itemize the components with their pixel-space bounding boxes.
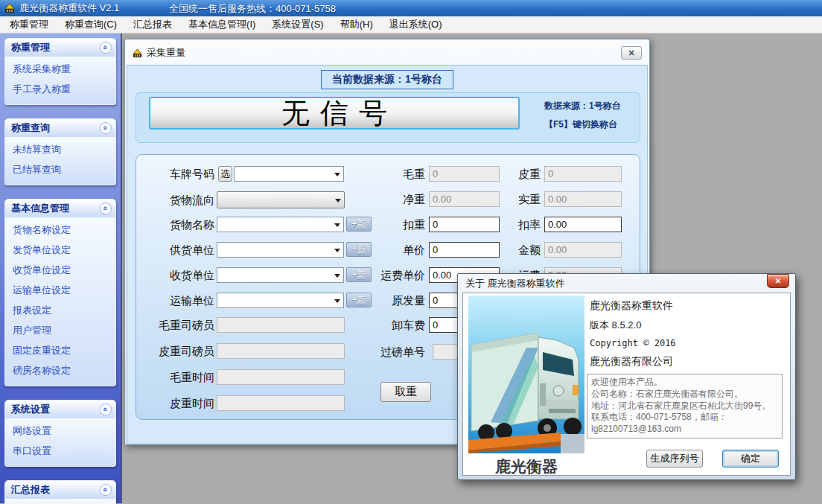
- sidebar: 称重管理 « 系统采集称重 手工录入称重 称重查询 « 未结算查询 已结算查询 …: [0, 34, 121, 503]
- collapse-chevron-icon[interactable]: «: [100, 484, 112, 496]
- weight-readout: 无信号: [149, 97, 520, 130]
- sidebar-item-fixed-tare-setting[interactable]: 固定皮重设定: [5, 341, 115, 361]
- supplier-label: 供货单位: [140, 242, 214, 258]
- sidebar-item-user-manage[interactable]: 用户管理: [5, 321, 115, 341]
- collapse-chevron-icon[interactable]: «: [100, 42, 112, 54]
- unit-price-label: 单价: [351, 242, 425, 258]
- menu-item-help[interactable]: 帮助(H): [332, 16, 381, 34]
- about-copyright: Copyright © 2016: [590, 338, 676, 348]
- sidebar-section-system-settings-header[interactable]: 系统设置 «: [5, 401, 115, 418]
- sidebar-item-settled-query[interactable]: 已结算查询: [5, 160, 115, 180]
- about-product-name: 鹿光衡器称重软件: [590, 299, 673, 313]
- about-dialog-title: 关于 鹿光衡器称重软件: [465, 277, 565, 290]
- amount-label: 金额: [466, 242, 541, 258]
- ticket-no-label: 过磅单号: [351, 344, 425, 360]
- app-title: 鹿光衡器称重软件 V2.1: [19, 1, 119, 15]
- section-title: 基本信息管理: [11, 202, 69, 215]
- about-version: 版本 8.5.2.0: [590, 319, 641, 332]
- freight-price-label: 运费单价: [351, 267, 425, 283]
- actual-weight-label: 实重: [466, 191, 541, 207]
- about-close-icon[interactable]: ✕: [767, 274, 789, 288]
- menu-item-weigh-manage[interactable]: 称重管理: [1, 16, 57, 34]
- data-source-badge: 当前数据来源：1号称台: [321, 70, 453, 89]
- tare-weight-field[interactable]: [544, 166, 622, 182]
- tare-time-field[interactable]: [217, 395, 345, 411]
- deduct-weight-label: 扣重: [351, 217, 425, 232]
- f5-switch-hint-line: 【F5】键切换称台: [544, 118, 637, 131]
- gross-operator-label: 毛重司磅员: [140, 317, 214, 333]
- titlebar: 鹿光衡器称重软件 V2.1 全国统一售后服务热线：400-071-5758: [0, 0, 822, 16]
- window-title: 采集重量: [147, 46, 185, 60]
- gross-weight-label: 毛重: [351, 166, 425, 182]
- sidebar-item-serial-port-setting[interactable]: 串口设置: [5, 441, 115, 462]
- original-qty-label: 原发量: [351, 293, 425, 308]
- menu-item-weigh-query[interactable]: 称重查询(C): [57, 16, 125, 34]
- about-company: 鹿光衡器有限公司: [590, 355, 673, 369]
- transport-label: 运输单位: [140, 293, 214, 308]
- gross-time-field[interactable]: [217, 369, 345, 385]
- app-logo-icon: [4, 3, 15, 13]
- sidebar-item-transport-unit-setting[interactable]: 运输单位设定: [5, 281, 115, 301]
- sidebar-section-basic-info-header[interactable]: 基本信息管理 «: [5, 200, 115, 217]
- section-title: 汇总报表: [11, 483, 50, 497]
- sidebar-section-weigh-query: 称重查询 « 未结算查询 已结算查询: [4, 118, 116, 185]
- collapse-chevron-icon[interactable]: «: [100, 122, 112, 134]
- transport-combo[interactable]: [217, 293, 344, 308]
- select-plate-button[interactable]: 选: [218, 166, 232, 182]
- sidebar-item-network-setting[interactable]: 网络设置: [5, 421, 115, 441]
- about-dialog-body: 鹿光衡器 鹿光衡器称重软件 版本 8.5.2.0 Copyright © 201…: [462, 293, 791, 476]
- dropdown-arrow-icon: [334, 223, 340, 227]
- sidebar-item-unsettled-query[interactable]: 未结算查询: [5, 140, 115, 160]
- sidebar-section-weigh-query-header[interactable]: 称重查询 «: [5, 119, 115, 137]
- deduct-rate-field[interactable]: [544, 217, 622, 232]
- window-titlebar[interactable]: 采集重量 ✕: [127, 41, 648, 65]
- supplier-combo[interactable]: [217, 242, 344, 258]
- section-title: 称重查询: [11, 121, 50, 135]
- menu-item-exit[interactable]: 退出系统(O): [381, 16, 450, 34]
- source-info-line: 数据来源：1号称台: [544, 100, 637, 112]
- goods-name-combo[interactable]: [217, 217, 344, 232]
- tare-time-label: 皮重时间: [140, 395, 214, 411]
- sidebar-section-weigh-manage: 称重管理 « 系统采集称重 手工录入称重: [4, 38, 116, 105]
- menu-item-summary-report[interactable]: 汇总报表: [125, 16, 180, 34]
- about-dialog-titlebar[interactable]: 关于 鹿光衡器称重软件: [462, 274, 791, 293]
- ok-button[interactable]: 确定: [722, 450, 779, 468]
- receiver-combo[interactable]: [217, 267, 344, 283]
- brand-caption: 鹿光衡器: [468, 456, 584, 476]
- collapse-chevron-icon[interactable]: «: [100, 403, 112, 415]
- menu-item-system-settings[interactable]: 系统设置(S): [264, 16, 331, 34]
- sidebar-section-basic-info: 基本信息管理 « 货物名称设定 发货单位设定 收货单位设定 运输单位设定 报表设…: [4, 199, 116, 386]
- dropdown-arrow-icon: [334, 299, 340, 303]
- dropdown-arrow-icon: [334, 173, 340, 176]
- mdi-workspace: 采集重量 ✕ 当前数据来源：1号称台 无信号 数据来源：1号称台 【F5】键切换…: [121, 34, 822, 503]
- amount-field[interactable]: [544, 242, 622, 258]
- plate-number-combo[interactable]: [234, 166, 344, 182]
- window-close-icon[interactable]: ✕: [621, 46, 642, 60]
- actual-weight-field[interactable]: [544, 191, 622, 207]
- generate-serial-button[interactable]: 生成序列号: [646, 450, 703, 468]
- tare-operator-field[interactable]: [217, 343, 345, 359]
- tare-operator-label: 皮重司磅员: [140, 343, 214, 359]
- sidebar-item-goods-name-setting[interactable]: 货物名称设定: [5, 220, 115, 240]
- truck-photo: 鹿光衡器: [468, 296, 584, 474]
- goods-flow-combo[interactable]: [217, 191, 345, 208]
- sidebar-item-sender-unit-setting[interactable]: 发货单位设定: [5, 240, 115, 261]
- sidebar-item-receiver-unit-setting[interactable]: 收货单位设定: [5, 261, 115, 281]
- sidebar-item-scale-house-name-setting[interactable]: 磅房名称设定: [5, 361, 115, 381]
- no-signal-text: 无信号: [271, 95, 398, 133]
- sidebar-section-summary-reports-header[interactable]: 汇总报表 «: [5, 481, 115, 499]
- sidebar-item-system-capture-weigh[interactable]: 系统采集称重: [5, 60, 115, 80]
- about-dialog: 关于 鹿光衡器称重软件 ✕: [457, 273, 796, 480]
- sidebar-item-report-setting[interactable]: 报表设定: [5, 301, 115, 321]
- sidebar-section-weigh-manage-header[interactable]: 称重管理 «: [5, 39, 115, 57]
- menu-item-basic-info[interactable]: 基本信息管理(I): [180, 16, 264, 34]
- gross-operator-field[interactable]: [217, 317, 345, 333]
- take-weight-button[interactable]: 取重: [380, 382, 431, 402]
- deduct-rate-label: 扣率: [466, 217, 541, 232]
- sidebar-item-manual-entry-weigh[interactable]: 手工录入称重: [5, 80, 115, 100]
- collapse-chevron-icon[interactable]: «: [100, 202, 112, 214]
- dropdown-arrow-icon: [334, 274, 340, 278]
- goods-name-label: 货物名称: [140, 217, 214, 232]
- dropdown-arrow-icon: [335, 199, 341, 202]
- goods-flow-label: 货物流向: [140, 192, 214, 208]
